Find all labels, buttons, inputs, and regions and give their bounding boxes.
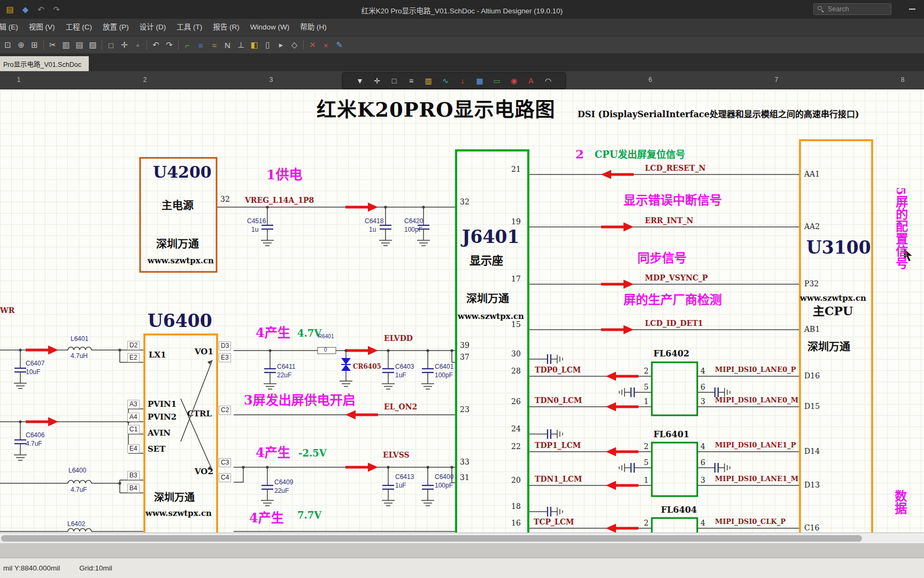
sch-ref[interactable]: 100pF [435,482,453,489]
sch-ref[interactable]: 1uF [395,372,406,379]
menu-item-2[interactable]: 工程 (C) [60,19,98,36]
sch-ann-m[interactable]: 1供电 [266,168,302,182]
sch-net[interactable]: TDN0_LCM [535,397,582,405]
selection-filter-icon[interactable]: ▼ [352,74,368,87]
sch-pin-num[interactable]: 17 [511,275,521,284]
sch-pin-num[interactable]: AA1 [804,170,820,179]
horizontal-scrollbar[interactable] [0,533,924,543]
sch-pin-box[interactable]: E3 [219,353,231,362]
sch-ann-m[interactable]: 同步信号 [637,251,687,265]
sch-pin-num[interactable]: 21 [511,165,521,174]
wire-mode-icon[interactable]: ∿ [437,74,453,87]
net-label-icon[interactable]: N [221,39,234,52]
sch-pin-num[interactable]: D14 [804,447,820,456]
sch-pin-num[interactable]: 2 [644,443,649,451]
fl6404-ref[interactable]: FL6404 [661,505,697,515]
sch-ref[interactable]: 0 [324,347,327,353]
menu-item-5[interactable]: 工具 (T) [171,19,207,36]
sch-comp-text[interactable]: www.szwtpx.cn [148,256,214,265]
sch-ann-m[interactable]: 数据 [893,490,907,514]
sch-ann-g[interactable]: 7.7V [297,510,321,521]
move-icon[interactable]: ✛ [369,74,385,87]
sheet-subtitle[interactable]: DSI (DisplaySerialInterface处理器和显示模组之间的高速… [578,110,859,119]
sch-pin-num[interactable]: 32 [220,195,230,204]
sch-ref[interactable]: L6402 [67,521,85,528]
sch-ref[interactable]: 4.7uH [71,353,88,360]
cut-icon[interactable]: ✂ [46,39,59,52]
sch-pin-num[interactable]: 6 [700,383,705,392]
sch-ref[interactable]: 1u [251,226,258,233]
net-mdp-vsync-p[interactable]: MDP_VSYNC_P [645,274,708,283]
net-lcd-id-det1[interactable]: LCD_ID_DET1 [645,320,703,328]
sch-ref[interactable]: C6406 [26,432,44,439]
sch-pin-num[interactable]: 6 [700,459,705,467]
clear-selection-icon[interactable]: ▫ [131,39,144,52]
sch-net[interactable]: MIPI_DSI0_CLK_P [715,518,786,526]
sch-pin-num[interactable]: 2 [644,519,649,528]
annotate-icon[interactable]: ✎ [333,39,346,52]
sch-comp-text[interactable]: 深圳万通 [466,293,509,305]
sch-pin-name[interactable]: PVIN1 [148,400,176,409]
j6401-ref[interactable]: J6401 [462,227,519,247]
align-icon[interactable]: ≡ [403,74,419,87]
sch-net[interactable]: TDP0_LCM [535,366,581,375]
sch-pin-num[interactable]: P32 [804,280,819,288]
no-erc-icon[interactable]: ◉ [506,74,522,87]
sch-ref[interactable]: C4516 [247,218,266,225]
sheet-symbol-icon[interactable]: ▯ [261,39,274,52]
place-bus-icon[interactable]: ≡ [194,39,207,52]
net-elvdd[interactable]: ELVDD [384,334,413,343]
menu-item-7[interactable]: Window (W) [245,19,295,36]
sch-pin-num[interactable]: D16 [804,372,820,381]
sch-pin-num[interactable]: 24 [511,425,521,434]
sch-ref[interactable]: C6400 [435,474,453,481]
menu-item-4[interactable]: 设计 (D) [134,19,172,36]
sch-pin-num[interactable]: 4 [700,519,705,528]
sch-ann-m[interactable]: 5屏的配置信号 [894,187,908,269]
undo-icon[interactable]: ↶ [34,3,48,16]
sch-comp-text[interactable]: 主电源 [161,200,194,211]
sch-net[interactable]: MIPI_DSI0_LANE0_P [715,366,796,374]
sch-ann-m[interactable]: 4产生 [256,446,290,460]
document-tab[interactable]: Pro显示电路_V01.SchDoc [0,56,89,71]
sch-pin-box[interactable]: D2 [127,341,140,350]
sch-ref[interactable]: 100pF [404,226,422,233]
sch-ref[interactable]: C6420 [404,218,423,225]
place-wire-icon[interactable]: ⌐ [181,39,194,52]
sch-ann-m[interactable]: 显示错误中断信号 [623,193,722,207]
bus-mode-icon[interactable]: ▦ [472,74,488,87]
sch-pin-num[interactable]: 1 [644,476,649,485]
sch-pin-num[interactable]: AA2 [804,223,820,231]
sch-pin-num[interactable]: 5 [644,459,649,467]
sch-ref[interactable]: 100pF [435,372,453,379]
arc-icon[interactable]: ◠ [540,74,556,87]
sch-pin-name[interactable]: PVIN2 [148,413,176,422]
sch-comp-text[interactable]: www.szwtpx.cn [800,294,866,303]
menu-item-8[interactable]: 帮助 (H) [295,19,332,36]
sch-comp-text[interactable]: 深圳万通 [807,341,850,353]
sch-pin-box[interactable]: C2 [219,406,231,415]
sch-pin-name[interactable]: LX1 [149,351,166,360]
net-el-on2[interactable]: EL_ON2 [384,403,417,412]
no-erc-marker-icon[interactable]: ✕ [306,39,319,52]
sch-pin-num[interactable]: 32 [460,198,469,207]
sch-ref[interactable]: C6418 [365,218,383,225]
sch-pin-box[interactable]: A4 [127,413,140,422]
move-selection-icon[interactable]: ✛ [118,39,131,52]
sch-comp-text[interactable]: 主CPU [813,305,853,318]
harness-icon[interactable]: ▭ [489,74,505,87]
sch-pin-num[interactable]: 4 [700,443,705,451]
sch-pin-num[interactable]: 20 [511,476,521,485]
delete-icon[interactable]: × [319,39,333,52]
sch-net[interactable]: MIPI_DSI0_LANE0_M [715,397,798,405]
sch-pin-num[interactable]: 31 [460,474,469,482]
sch-ref[interactable]: C6407 [26,360,44,367]
sch-pin-num[interactable]: 5 [644,383,649,392]
u3100-ref[interactable]: U3100 [806,238,871,258]
sch-pin-name[interactable]: VO2 [195,467,213,476]
sch-pin-num[interactable]: 3 [700,398,705,406]
sch-ref[interactable]: C6401 [435,363,453,370]
sch-comp-text[interactable]: 显示座 [469,254,503,267]
sch-ref[interactable]: 1uF [395,482,406,489]
zoom-area-icon[interactable]: ⊞ [28,39,41,52]
